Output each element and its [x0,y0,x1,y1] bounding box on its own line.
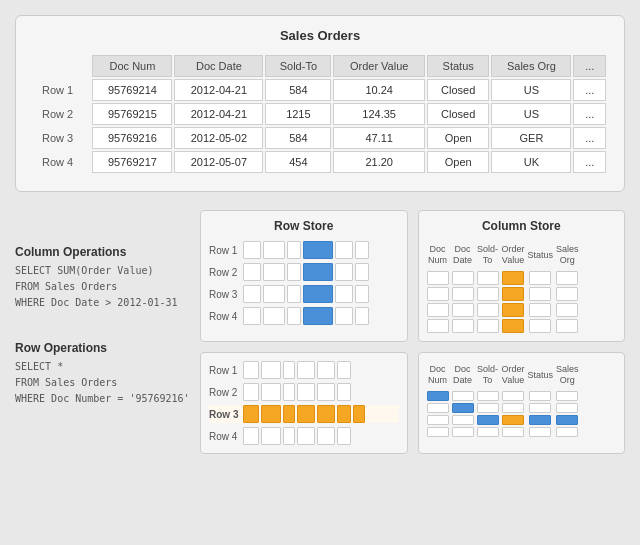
rs-block [243,307,261,325]
col-header-empty [34,55,90,77]
cs-block [452,427,474,437]
cs-block [477,303,499,317]
rs-block [317,383,335,401]
rs-block [355,241,369,259]
rs-block-highlighted [303,285,333,303]
cell-salesorg: US [491,79,571,101]
rs-block [317,361,335,379]
cell-more[interactable]: ... [573,151,606,173]
cs-block [477,415,499,425]
rs-row-3-blocks [243,285,399,303]
cell-docnum: 95769215 [92,103,172,125]
rs-block [297,383,315,401]
table-row: Row 3 95769216 2012-05-02 584 47.11 Open… [34,127,606,149]
column-ops-block: Column Operations SELECT SUM(Order Value… [15,210,190,311]
cell-docnum: 95769214 [92,79,172,101]
cs-block [529,415,551,425]
rs-row-1-label: Row 1 [209,245,239,256]
cs-block [529,271,551,285]
rs-block [287,307,301,325]
rs-row-2: Row 2 [209,263,399,281]
row-label: Row 3 [34,127,90,149]
cell-more[interactable]: ... [573,127,606,149]
cell-docdate: 2012-04-21 [174,79,263,101]
row-store-rows-ops: Row 1 Row 2 [209,361,399,445]
rs-block [283,361,295,379]
rs-row-3-label: Row 3 [209,289,239,300]
cell-docdate: 2012-05-07 [174,151,263,173]
rs-block [335,263,353,281]
rs-block [335,285,353,303]
cs-block [452,271,474,285]
cs-header-salesorg: SalesOrg [556,241,579,269]
cs-header-status: Status [528,241,554,269]
rs-block [337,383,351,401]
rs-block [355,285,369,303]
rs-block [287,241,301,259]
cell-ordervalue: 21.20 [333,151,424,173]
rs-block-highlighted [261,405,281,423]
cell-ordervalue: 124.35 [333,103,424,125]
col-header-more[interactable]: ... [573,55,606,77]
cs-block [427,271,449,285]
rs-row-1: Row 1 [209,241,399,259]
cs-col-soldto: Sold-To [477,241,499,333]
cs-block [427,427,449,437]
rs-block-highlighted [303,263,333,281]
rs-rowops-2: Row 2 [209,383,399,401]
rs-block [297,361,315,379]
rs-rowops-1-blocks [243,361,399,379]
cell-more[interactable]: ... [573,103,606,125]
rs-block [335,241,353,259]
rs-rowops-4-label: Row 4 [209,431,239,442]
col-store-cols-rowops: DocNum DocDate [427,361,617,437]
cs-block [529,287,551,301]
col-header-salesorg: Sales Org [491,55,571,77]
rs-block [355,263,369,281]
stores-container: Row Store Row 1 [200,210,625,454]
col-header-docdate: Doc Date [174,55,263,77]
rs-block [261,427,281,445]
rs-block [263,241,285,259]
cs-block [477,403,499,413]
cs-block [427,287,449,301]
cs-header-ordervalue: OrderValue [502,241,525,269]
rs-block [283,383,295,401]
cs-block [502,427,524,437]
cell-soldto: 1215 [265,103,331,125]
cs-block [452,403,474,413]
rs-rowops-3: Row 3 [209,405,399,423]
cell-status: Closed [427,79,489,101]
cs-block [556,415,578,425]
rs-block [283,427,295,445]
rs-block-highlighted [337,405,351,423]
cell-ordervalue: 47.11 [333,127,424,149]
rs-row-4: Row 4 [209,307,399,325]
cs-block [556,287,578,301]
cs-rowops-col-docdate: DocDate [452,361,474,437]
rs-block [337,427,351,445]
rs-block [337,361,351,379]
rs-block [287,285,301,303]
row-store-panel-colops: Row Store Row 1 [200,210,408,342]
rs-row-4-label: Row 4 [209,311,239,322]
rs-row-3: Row 3 [209,285,399,303]
cell-status: Closed [427,103,489,125]
column-ops-code: SELECT SUM(Order Value)FROM Sales Orders… [15,263,190,311]
cell-more[interactable]: ... [573,79,606,101]
col-header-soldto: Sold-To [265,55,331,77]
cs-block [529,403,551,413]
rs-block [243,361,259,379]
cs-block [452,287,474,301]
row-label: Row 4 [34,151,90,173]
cell-docdate: 2012-05-02 [174,127,263,149]
row-ops-title: Row Operations [15,341,190,355]
rs-rowops-4-blocks [243,427,399,445]
cs-block-orange [502,319,524,333]
rs-block [263,263,285,281]
cs-rowops-col-ordervalue: OrderValue [502,361,525,437]
rs-block [355,307,369,325]
cs-rowops-header-docdate: DocDate [453,361,472,389]
cs-block [502,391,524,401]
cs-rowops-col-status: Status [528,361,554,437]
